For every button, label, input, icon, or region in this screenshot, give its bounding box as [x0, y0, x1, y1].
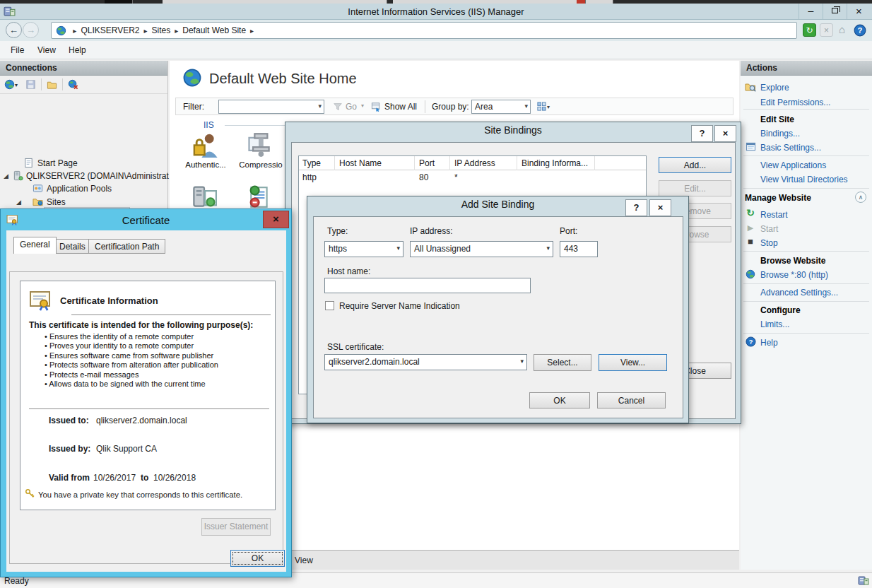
ok-button[interactable]: OK: [529, 392, 590, 408]
bindings-table-header: Type Host Name Port IP Address Binding I…: [299, 156, 646, 170]
action-bindings[interactable]: Bindings...: [760, 129, 800, 139]
ip-address-select[interactable]: All Unassigned▾: [410, 241, 553, 257]
certificate-ok-button[interactable]: OK: [230, 550, 285, 567]
breadcrumb-separator-icon: ▸: [170, 27, 182, 35]
sni-checkbox[interactable]: [325, 301, 334, 310]
tree-item-label: Sites: [47, 197, 66, 207]
type-label: Type:: [327, 226, 348, 236]
site-bindings-title: Site Bindings: [285, 124, 741, 136]
tab-general[interactable]: General: [13, 237, 57, 254]
feature-icon-partial[interactable]: [247, 185, 271, 209]
compression-feature-icon[interactable]: [246, 131, 271, 158]
col-divider: [334, 156, 335, 170]
binding-row[interactable]: http 80 *: [299, 171, 646, 184]
action-explore[interactable]: Explore: [760, 83, 789, 93]
tab-details[interactable]: Details: [53, 239, 92, 254]
sni-label[interactable]: Require Server Name Indication: [339, 301, 460, 311]
dialog-close-button[interactable]: ×: [649, 199, 671, 216]
status-text: Ready: [4, 576, 29, 586]
action-help[interactable]: Help: [760, 338, 778, 348]
refresh-button[interactable]: ↻: [803, 23, 816, 37]
actions-section-manage-website[interactable]: Manage Website: [745, 193, 811, 203]
menu-help[interactable]: Help: [65, 45, 90, 56]
purpose-item: Ensures the identity of a remote compute…: [45, 332, 264, 341]
breadcrumb-server[interactable]: QLIKSERVER2: [81, 25, 139, 35]
view-style-icon[interactable]: ▾: [536, 101, 550, 112]
dropdown-arrow-icon[interactable]: ▾: [546, 245, 550, 252]
feature-label[interactable]: Compressio: [233, 160, 288, 169]
menu-file[interactable]: File: [7, 45, 28, 56]
col-port[interactable]: Port: [419, 158, 435, 168]
view-tab-label[interactable]: View: [295, 555, 313, 565]
dialog-help-button[interactable]: ?: [691, 125, 713, 142]
up-folder-icon[interactable]: [47, 79, 57, 90]
restore-button[interactable]: [823, 4, 847, 19]
close-button[interactable]: ×: [847, 4, 871, 19]
dropdown-arrow-icon[interactable]: ▾: [520, 358, 524, 365]
col-host-name[interactable]: Host Name: [339, 158, 382, 168]
home-button[interactable]: ⌂: [835, 23, 849, 37]
col-type[interactable]: Type: [302, 158, 321, 168]
ip-address-label: IP address:: [410, 226, 452, 236]
show-all-icon[interactable]: [371, 101, 382, 112]
col-ip-address[interactable]: IP Address: [454, 158, 495, 168]
dropdown-arrow-icon[interactable]: ▾: [318, 102, 322, 110]
breadcrumb[interactable]: ▸QLIKSERVER2▸Sites▸Default Web Site▸: [51, 22, 797, 39]
menu-view[interactable]: View: [34, 45, 59, 56]
host-name-input[interactable]: [324, 278, 531, 293]
help-button[interactable]: [853, 23, 866, 37]
type-value: https: [329, 244, 347, 254]
restore-icon: [832, 8, 838, 13]
action-view-virtual-directories[interactable]: View Virtual Directories: [760, 175, 848, 184]
divider: [29, 408, 269, 409]
dropdown-arrow-icon[interactable]: ▾: [396, 245, 400, 252]
tab-certification-path[interactable]: Certification Path: [88, 239, 165, 254]
action-browse-80[interactable]: Browse *:80 (http): [760, 270, 828, 280]
disconnect-icon[interactable]: [68, 79, 78, 90]
certificate-close-button[interactable]: ×: [263, 211, 289, 228]
issued-by-label: Issued by:: [49, 444, 90, 454]
col-binding-info[interactable]: Binding Informa...: [522, 158, 588, 168]
intended-purposes-heading: This certificate is intended for the fol…: [29, 320, 253, 330]
cancel-button[interactable]: Cancel: [597, 392, 666, 408]
expanded-arrow-icon[interactable]: ◢: [16, 199, 21, 206]
authentication-feature-icon[interactable]: [192, 131, 219, 158]
port-value: 443: [564, 244, 578, 254]
filter-input[interactable]: ▾: [218, 100, 324, 114]
actions-divider: [743, 301, 869, 302]
action-edit-permissions[interactable]: Edit Permissions...: [760, 98, 830, 107]
group-by-select[interactable]: Area▾: [471, 100, 531, 114]
action-limits[interactable]: Limits...: [760, 319, 789, 329]
type-select[interactable]: https▾: [324, 241, 403, 257]
dialog-help-button[interactable]: ?: [625, 199, 647, 216]
feature-label[interactable]: Authentic...: [177, 160, 235, 169]
col-divider: [517, 156, 517, 170]
action-advanced-settings[interactable]: Advanced Settings...: [760, 288, 838, 298]
restart-icon: ↻: [745, 208, 756, 219]
expanded-arrow-icon[interactable]: ◢: [4, 172, 8, 180]
back-button[interactable]: ←: [6, 22, 22, 38]
breadcrumb-site[interactable]: Default Web Site: [182, 25, 246, 35]
ssl-certificate-select[interactable]: qlikserver2.domain.local▾: [324, 354, 527, 370]
breadcrumb-separator-icon: ▸: [246, 27, 258, 35]
dialog-close-button[interactable]: ×: [714, 125, 736, 142]
add-binding-button[interactable]: Add...: [659, 157, 731, 173]
breadcrumb-sites[interactable]: Sites: [152, 25, 171, 35]
dropdown-arrow-icon[interactable]: ▾: [524, 102, 528, 110]
create-connection-icon[interactable]: ▾: [4, 79, 18, 90]
minimize-button[interactable]: –: [799, 4, 823, 19]
site-globe-icon: [182, 68, 202, 88]
globe-icon: [56, 25, 66, 36]
explore-icon: [745, 81, 756, 93]
port-input[interactable]: 443: [560, 241, 598, 257]
action-view-applications[interactable]: View Applications: [760, 160, 826, 170]
view-certificate-button[interactable]: View...: [599, 354, 667, 371]
feature-icon-partial[interactable]: [191, 184, 218, 209]
collapse-section-icon[interactable]: ∧: [855, 192, 866, 203]
action-stop[interactable]: Stop: [760, 238, 778, 248]
action-basic-settings[interactable]: Basic Settings...: [760, 143, 821, 153]
certificate-info-title: Certificate Information: [60, 295, 158, 306]
show-all-button[interactable]: Show All: [384, 102, 417, 112]
action-restart[interactable]: Restart: [760, 210, 788, 220]
select-certificate-button[interactable]: Select...: [534, 354, 591, 371]
